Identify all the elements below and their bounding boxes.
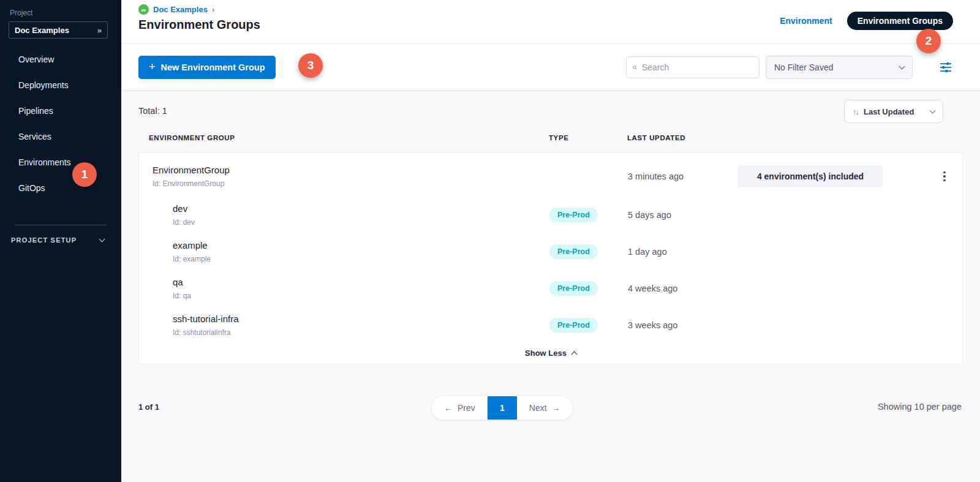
project-name: Doc Examples bbox=[15, 26, 69, 35]
table-row-environment[interactable]: ssh-tutorial-infra Id: sshtutorialinfra … bbox=[139, 307, 962, 344]
type-badge: Pre-Prod bbox=[549, 281, 598, 296]
environment-id: Id: example bbox=[173, 255, 549, 263]
table-row-environment[interactable]: dev Id: dev Pre-Prod 5 days ago bbox=[139, 197, 962, 233]
tab-environment[interactable]: Environment bbox=[780, 16, 832, 26]
toolbar: + New Environment Group No Filter Saved bbox=[121, 44, 980, 91]
chevron-double-right-icon: » bbox=[97, 26, 102, 35]
search-icon bbox=[633, 63, 637, 72]
breadcrumb-project-link[interactable]: Doc Examples bbox=[153, 5, 208, 14]
group-name: EnvironmentGroup bbox=[153, 165, 549, 175]
sidebar-item-environments[interactable]: Environments bbox=[0, 149, 121, 175]
environment-id: Id: dev bbox=[173, 218, 549, 227]
left-arrow-icon: ← bbox=[444, 403, 453, 413]
group-last-updated: 3 minutes ago bbox=[628, 171, 738, 181]
kebab-menu-icon[interactable] bbox=[940, 168, 949, 186]
sidebar-item-pipelines[interactable]: Pipelines bbox=[0, 98, 121, 124]
right-arrow-icon: → bbox=[552, 403, 560, 413]
sidebar-nav: Overview Deployments Pipelines Services … bbox=[0, 47, 121, 201]
project-label: Project bbox=[10, 9, 32, 17]
breadcrumb[interactable]: ∞ Doc Examples › bbox=[138, 4, 214, 15]
project-selector[interactable]: Doc Examples » bbox=[9, 21, 108, 39]
cd-module-icon: ∞ bbox=[138, 4, 149, 15]
type-badge: Pre-Prod bbox=[549, 318, 598, 333]
sidebar: Project Doc Examples » Overview Deployme… bbox=[0, 0, 121, 482]
chevron-up-icon bbox=[571, 352, 578, 358]
group-id: Id: EnvironmentGroup bbox=[153, 179, 549, 188]
environment-name: example bbox=[173, 240, 549, 250]
column-type: TYPE bbox=[549, 134, 627, 141]
column-last-updated: LAST UPDATED bbox=[627, 134, 963, 141]
type-badge: Pre-Prod bbox=[549, 244, 598, 259]
callout-badge-1: 1 bbox=[72, 162, 97, 187]
callout-badge-2: 2 bbox=[916, 29, 941, 53]
type-badge: Pre-Prod bbox=[549, 208, 598, 222]
project-setup-label: PROJECT SETUP bbox=[11, 236, 77, 244]
sort-dropdown[interactable]: ↑↓ Last Updated bbox=[844, 100, 943, 123]
show-less-label: Show Less bbox=[525, 348, 567, 358]
page-info: 1 of 1 bbox=[138, 402, 159, 412]
breadcrumb-separator: › bbox=[212, 5, 214, 14]
environment-last-updated: 3 weeks ago bbox=[628, 320, 738, 330]
column-environment-group: ENVIRONMENT GROUP bbox=[138, 134, 549, 141]
environment-last-updated: 4 weeks ago bbox=[628, 284, 738, 293]
prev-label: Prev bbox=[458, 403, 475, 413]
table-row-environment[interactable]: qa Id: qa Pre-Prod 4 weeks ago bbox=[139, 270, 962, 307]
environment-group-card: EnvironmentGroup Id: EnvironmentGroup 3 … bbox=[138, 152, 963, 364]
page-title: Environment Groups bbox=[138, 18, 260, 32]
saved-filter-dropdown[interactable]: No Filter Saved bbox=[766, 56, 913, 79]
chevron-down-icon bbox=[99, 236, 105, 243]
new-environment-group-button[interactable]: + New Environment Group bbox=[138, 56, 276, 79]
project-setup-toggle[interactable]: PROJECT SETUP bbox=[11, 236, 104, 244]
sidebar-item-overview[interactable]: Overview bbox=[0, 47, 121, 72]
total-count: Total: 1 bbox=[138, 106, 167, 116]
next-label: Next bbox=[529, 403, 547, 413]
per-page-info: Showing 10 per page bbox=[878, 402, 962, 412]
environment-id: Id: sshtutorialinfra bbox=[173, 328, 549, 337]
view-toggle: Environment Environment Groups bbox=[780, 12, 953, 30]
page-header: ∞ Doc Examples › Environment Groups Envi… bbox=[121, 0, 980, 44]
sidebar-item-gitops[interactable]: GitOps bbox=[0, 175, 121, 201]
sort-value: Last Updated bbox=[864, 107, 914, 116]
sidebar-item-deployments[interactable]: Deployments bbox=[0, 72, 121, 98]
table-row-environment[interactable]: example Id: example Pre-Prod 1 day ago bbox=[139, 233, 962, 270]
search-input[interactable] bbox=[642, 62, 753, 72]
table-row-group[interactable]: EnvironmentGroup Id: EnvironmentGroup 3 … bbox=[139, 161, 962, 197]
filter-sliders-icon bbox=[938, 60, 953, 75]
sidebar-item-services[interactable]: Services bbox=[0, 124, 121, 149]
next-page-button[interactable]: Next → bbox=[517, 396, 573, 420]
environment-id: Id: qa bbox=[173, 292, 549, 300]
tab-environment-groups[interactable]: Environment Groups bbox=[847, 12, 953, 30]
show-less-button[interactable]: Show Less bbox=[139, 348, 962, 358]
environment-name: dev bbox=[173, 203, 549, 214]
new-environment-group-label: New Environment Group bbox=[161, 62, 265, 72]
page-number-button[interactable]: 1 bbox=[488, 396, 517, 420]
search-box bbox=[626, 56, 760, 78]
chevron-down-icon bbox=[930, 108, 936, 114]
sort-arrows-icon: ↑↓ bbox=[853, 107, 858, 116]
pager: ← Prev 1 Next → bbox=[432, 396, 573, 420]
content-area: Total: 1 ↑↓ Last Updated ENVIRONMENT GRO… bbox=[121, 91, 980, 482]
prev-page-button[interactable]: ← Prev bbox=[432, 396, 488, 420]
environment-name: qa bbox=[173, 277, 549, 287]
callout-badge-3: 3 bbox=[298, 53, 323, 78]
app-window: Project Doc Examples » Overview Deployme… bbox=[0, 0, 980, 482]
plus-icon: + bbox=[149, 61, 156, 73]
chevron-down-icon bbox=[899, 64, 905, 70]
saved-filter-value: No Filter Saved bbox=[774, 62, 833, 72]
table-header-row: ENVIRONMENT GROUP TYPE LAST UPDATED bbox=[138, 134, 963, 141]
environment-last-updated: 1 day ago bbox=[628, 247, 738, 257]
environments-included-button[interactable]: 4 environment(s) included bbox=[738, 165, 883, 187]
filter-sliders-button[interactable] bbox=[938, 60, 953, 75]
environment-last-updated: 5 days ago bbox=[628, 210, 738, 220]
sidebar-divider bbox=[15, 225, 107, 225]
environment-name: ssh-tutorial-infra bbox=[173, 314, 549, 324]
